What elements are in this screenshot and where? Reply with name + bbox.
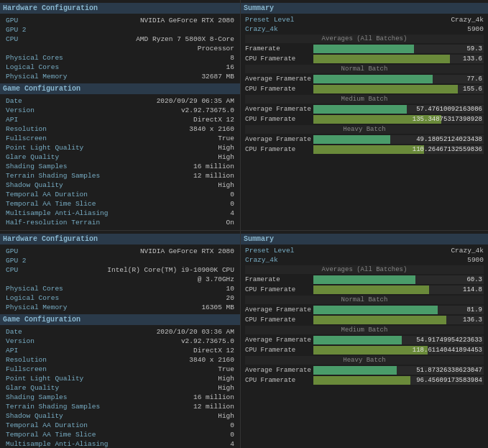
row-label: Logical Cores [4, 63, 98, 72]
bar-value: 133.6 [463, 55, 482, 63]
left-panel-bottom: Hardware ConfigurationGPUNVIDIA GeForce … [0, 231, 241, 448]
table-row: Glare QualityHigh [4, 152, 236, 162]
table-row: Physical Cores8 [4, 53, 236, 63]
table-row: Logical Cores20 [4, 293, 236, 303]
bar-value: 118.61140441894453 [413, 346, 482, 355]
table-row: Physical Memory16305 MB [4, 303, 236, 312]
bar-container: 51.87326338623047 [313, 366, 484, 375]
bar-container: 133.6 [313, 55, 484, 63]
row-value: 2020/09/29 06:35 AM [110, 96, 236, 106]
table-row: Logical Cores16 [4, 63, 236, 72]
bar-container: 110.26467132559836 [313, 145, 484, 154]
bar-label: CPU Framerate [245, 347, 313, 354]
bar-label: Average Framerate [245, 136, 313, 143]
row-label: Physical Cores [4, 53, 98, 63]
table-row: Resolution3840 x 2160 [4, 124, 236, 134]
batch-label-3: Heavy Batch [245, 356, 484, 365]
bar-container: 135.34875317398928 [313, 115, 484, 124]
row-label: Multisample Anti-Aliasing [4, 439, 110, 448]
row-label: Version [4, 106, 110, 115]
table-row: Date2020/09/29 06:35 AM [4, 96, 236, 106]
bar-row-1-0: Average Framerate81.9 [245, 306, 484, 314]
bar-value: 57.47610092163086 [416, 105, 482, 114]
row-label: Logical Cores [4, 293, 98, 303]
row-value: 16305 MB [98, 303, 236, 312]
row-value: True [110, 365, 236, 374]
bar-row-2-1: CPU Framerate135.34875317398928 [245, 115, 484, 124]
row-value: 3840 x 2160 [110, 124, 236, 134]
row-value: 0 [110, 421, 236, 430]
preset-score-value: 5900 [467, 256, 484, 264]
row-value [98, 25, 236, 35]
row-label: Shadow Quality [4, 411, 110, 421]
bar-label: CPU Framerate [245, 86, 313, 93]
row-label: GPU 2 [4, 25, 98, 35]
row-value: 16 million [110, 162, 236, 171]
row-label: Point Light Quality [4, 143, 110, 152]
bar-value: 96.45609173583984 [416, 376, 482, 385]
bar-container: 57.47610092163086 [313, 105, 484, 114]
bar-container: 59.3 [313, 45, 484, 53]
bar-value: 155.6 [463, 85, 482, 93]
table-row: Versionv2.92.73675.0 [4, 337, 236, 346]
bar-row-2-0: Average Framerate57.47610092163086 [245, 105, 484, 114]
table-row: FullscreenTrue [4, 365, 236, 374]
preset-level-label: Preset Level [245, 247, 294, 255]
summary-header: Summary [241, 3, 488, 14]
bar-fill [313, 376, 410, 385]
row-label: Temporal AA Duration [4, 421, 110, 430]
table-row: Terrain Shading Samples12 million [4, 171, 236, 180]
bar-fill [313, 275, 415, 284]
row-value: High [110, 383, 236, 393]
row-value: DirectX 12 [110, 346, 236, 355]
row-value: Intel(R) Core(TM) i9-10900K CPU @ 3.70GH… [98, 265, 236, 284]
table-row: Date2020/10/20 03:36 AM [4, 327, 236, 337]
row-value: 16 [98, 63, 236, 72]
bar-value: 114.8 [463, 285, 482, 294]
bar-container: 60.3 [313, 275, 484, 284]
row-label: GPU [4, 16, 98, 25]
row-label: Glare Quality [4, 383, 110, 393]
game-config-table: Date2020/09/29 06:35 AMVersionv2.92.7367… [4, 96, 236, 227]
bar-container: 54.91749954223633 [313, 336, 484, 344]
bar-row-2-0: Average Framerate54.91749954223633 [245, 336, 484, 344]
bar-label: CPU Framerate [245, 116, 313, 123]
bar-label: Average Framerate [245, 106, 313, 113]
bar-row-0-0: Framerate60.3 [245, 275, 484, 284]
bar-row-3-1: CPU Framerate96.45609173583984 [245, 376, 484, 385]
bar-container: 96.45609173583984 [313, 376, 484, 385]
table-row: GPUNVIDIA GeForce RTX 2080 [4, 247, 236, 256]
row-value: High [110, 411, 236, 421]
bar-value: 54.91749954223633 [416, 336, 482, 344]
batch-label-2: Medium Batch [245, 326, 484, 334]
row-value: 20 [98, 293, 236, 303]
bar-fill [313, 316, 446, 324]
table-row: Resolution3840 x 2160 [4, 355, 236, 365]
row-label: Shading Samples [4, 162, 110, 171]
row-label: API [4, 115, 110, 124]
row-value: 16 million [110, 393, 236, 402]
preset-level-row: Preset LevelCrazy_4k [245, 16, 484, 24]
row-label: GPU [4, 247, 98, 256]
row-label: Shadow Quality [4, 180, 110, 190]
row-label: Glare Quality [4, 152, 110, 162]
game-config-header: Game Configuration [0, 314, 240, 325]
row-label: GPU 2 [4, 256, 98, 265]
hardware-config-header: Hardware Configuration [0, 3, 240, 14]
row-label: Physical Memory [4, 303, 98, 312]
bar-container: 136.3 [313, 316, 484, 324]
bar-fill [313, 135, 390, 144]
batch-label-1: Normal Batch [245, 65, 484, 73]
row-value: 0 [110, 199, 236, 209]
bar-container: 49.18052124023438 [313, 135, 484, 144]
row-label: Half-resolution Terrain [4, 218, 110, 227]
row-value: 2020/10/20 03:36 AM [110, 327, 236, 337]
bar-container: 155.6 [313, 85, 484, 93]
preset-level-row: Preset LevelCrazy_4k [245, 247, 484, 255]
table-row: Multisample Anti-Aliasing4 [4, 209, 236, 218]
bar-fill [313, 55, 450, 63]
table-row: Temporal AA Time Slice0 [4, 430, 236, 439]
bar-value: 135.34875317398928 [413, 115, 482, 124]
bar-label: CPU Framerate [245, 146, 313, 153]
row-label: Shading Samples [4, 393, 110, 402]
